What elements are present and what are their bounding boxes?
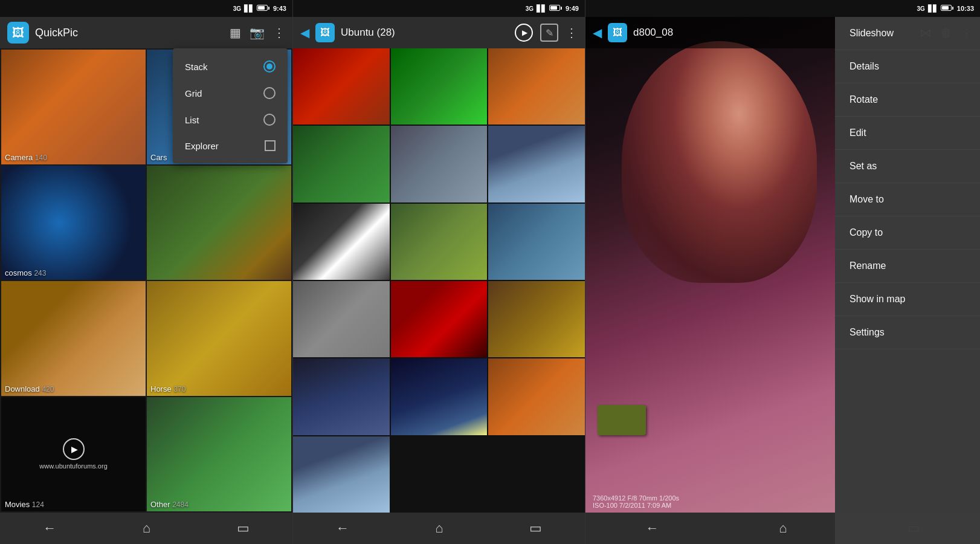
menu-item-details[interactable]: Details	[835, 50, 980, 83]
more-options-icon-2[interactable]: ⋮	[566, 25, 578, 40]
gallery-item-download[interactable]: Download 420	[1, 281, 146, 396]
download-label: Download 420	[5, 384, 54, 393]
menu-item-show-in-map[interactable]: Show in map	[835, 283, 980, 316]
network-label-1: 3G	[233, 5, 241, 12]
back-button-3[interactable]: ←	[633, 516, 671, 541]
grid-radio[interactable]	[263, 87, 276, 99]
photo-cell[interactable]	[391, 126, 488, 202]
back-button-1[interactable]: ←	[31, 516, 68, 541]
gallery-item-cosmos[interactable]: cosmos 243	[1, 166, 146, 280]
photo-exif-info: 7360x4912 F/8 70mm 1/200s ISO-100 7/2/20…	[593, 494, 679, 509]
status-bar-2: 3G ▋▋ 9:49	[293, 0, 585, 17]
gallery-item-forest[interactable]	[147, 166, 291, 280]
home-button-1[interactable]: ⌂	[131, 516, 163, 541]
app-title-1: QuickPic	[35, 27, 224, 39]
signal-icon-1: ▋▋	[244, 5, 254, 13]
back-button-detail[interactable]: ◀	[593, 25, 602, 40]
menu-item-set-as[interactable]: Set as	[835, 150, 980, 183]
dropdown-item-stack[interactable]: Stack	[173, 53, 288, 80]
time-display-1: 9:43	[273, 5, 286, 12]
network-label-3: 3G	[917, 5, 925, 12]
website-text: www.ubuntuforums.org	[39, 462, 108, 470]
more-options-icon-1[interactable]: ⋮	[273, 25, 285, 40]
status-bar-1: 3G ▋▋ 9:43	[0, 0, 292, 17]
time-display-2: 9:49	[566, 5, 579, 12]
panel-photo-detail: 3G ▋▋ 10:33 ◀ 🖼 d800_08 ⋈ 🗑 ⋮ 7360x4912 …	[585, 0, 980, 544]
movies-overlay: www.ubuntuforums.org	[1, 397, 146, 512]
app-logo-1: 🖼	[7, 22, 29, 44]
list-label: List	[185, 115, 199, 125]
explorer-checkbox[interactable]	[265, 140, 276, 151]
exif-line-2: ISO-100 7/2/2011 7:09 AM	[593, 502, 679, 509]
slideshow-play-button[interactable]	[515, 24, 533, 42]
grid-label: Grid	[185, 88, 202, 99]
detail-logo: 🖼	[608, 23, 627, 42]
back-button-album[interactable]: ◀	[300, 25, 309, 40]
list-radio[interactable]	[263, 114, 276, 126]
menu-item-move-to[interactable]: Move to	[835, 183, 980, 216]
exif-line-1: 7360x4912 F/8 70mm 1/200s	[593, 494, 679, 502]
gallery-item-camera[interactable]: Camera 140	[1, 50, 146, 164]
menu-item-settings[interactable]: Settings	[835, 316, 980, 349]
view-toggle-icon[interactable]: ▦	[230, 25, 241, 40]
photo-cell[interactable]	[391, 48, 488, 125]
panel-album: 3G ▋▋ 9:49 ◀ 🖼 Ubuntu (28) ✎ ⋮	[292, 0, 585, 544]
dropdown-item-list[interactable]: List	[173, 106, 288, 133]
recents-button-2[interactable]: ▭	[517, 516, 554, 541]
dropdown-item-explorer[interactable]: Explorer	[173, 133, 288, 158]
view-dropdown-menu: Stack Grid List Explorer	[173, 48, 288, 163]
detail-logo-icon: 🖼	[613, 27, 622, 38]
panel-gallery: 3G ▋▋ 9:43 🖼 QuickPic ▦ 📷 ⋮ Stack Grid	[0, 0, 292, 544]
menu-item-rotate[interactable]: Rotate	[835, 83, 980, 117]
home-button-3[interactable]: ⌂	[767, 516, 799, 541]
photo-cell[interactable]	[293, 436, 390, 513]
recents-button-1[interactable]: ▭	[225, 516, 262, 541]
signal-icon-2: ▋▋	[537, 5, 546, 13]
photo-cell[interactable]	[293, 48, 390, 125]
photo-cell[interactable]	[488, 126, 585, 202]
photo-grid	[293, 48, 585, 513]
photo-cell[interactable]	[293, 126, 390, 202]
photo-cell[interactable]	[293, 204, 390, 280]
photo-cell[interactable]	[293, 358, 390, 435]
camera-icon[interactable]: 📷	[250, 25, 265, 40]
stack-radio[interactable]	[263, 60, 276, 73]
signal-icon-3: ▋▋	[928, 5, 938, 13]
status-icons-2: 3G ▋▋ 9:49	[526, 5, 579, 13]
horse-label: Horse 370	[150, 384, 185, 393]
edit-selection-button[interactable]: ✎	[540, 24, 558, 42]
album-logo-icon: 🖼	[320, 27, 330, 38]
stack-label: Stack	[185, 62, 208, 72]
photo-display[interactable]	[585, 17, 835, 544]
header-icons-1: ▦ 📷 ⋮	[230, 25, 285, 40]
movies-play-icon	[63, 438, 85, 460]
dropdown-item-grid[interactable]: Grid	[173, 80, 288, 106]
menu-item-copy-to[interactable]: Copy to	[835, 216, 980, 250]
photo-cell[interactable]	[488, 358, 585, 435]
menu-item-slideshow[interactable]: Slideshow	[835, 17, 980, 50]
photo-cell[interactable]	[488, 281, 585, 357]
photo-cell[interactable]	[488, 204, 585, 280]
photo-cell[interactable]	[391, 204, 488, 280]
cosmos-label: cosmos 243	[5, 268, 46, 277]
camera-label: Camera 140	[5, 153, 47, 162]
menu-item-edit[interactable]: Edit	[835, 117, 980, 150]
gallery-item-horse[interactable]: Horse 370	[147, 281, 291, 396]
explorer-label: Explorer	[185, 141, 219, 151]
status-bar-3: 3G ▋▋ 10:33	[585, 0, 980, 17]
status-icons-1: 3G ▋▋ 9:43	[233, 5, 286, 13]
photo-cell[interactable]	[391, 358, 488, 435]
back-button-2[interactable]: ←	[324, 516, 361, 541]
time-display-3: 10:33	[957, 5, 974, 12]
app-header-1: 🖼 QuickPic ▦ 📷 ⋮	[0, 17, 292, 48]
photo-cell[interactable]	[293, 281, 390, 357]
photo-cell[interactable]	[391, 281, 488, 357]
movies-label: Movies 124	[5, 500, 44, 509]
home-button-2[interactable]: ⌂	[423, 516, 455, 541]
bottom-nav-1: ← ⌂ ▭	[0, 513, 292, 544]
gallery-item-other[interactable]: Other 2484	[147, 397, 291, 512]
gallery-item-movies[interactable]: www.ubuntuforums.org Movies 124	[1, 397, 146, 512]
photo-cell[interactable]	[488, 48, 585, 125]
bottom-nav-2: ← ⌂ ▭	[293, 513, 585, 544]
menu-item-rename[interactable]: Rename	[835, 250, 980, 283]
